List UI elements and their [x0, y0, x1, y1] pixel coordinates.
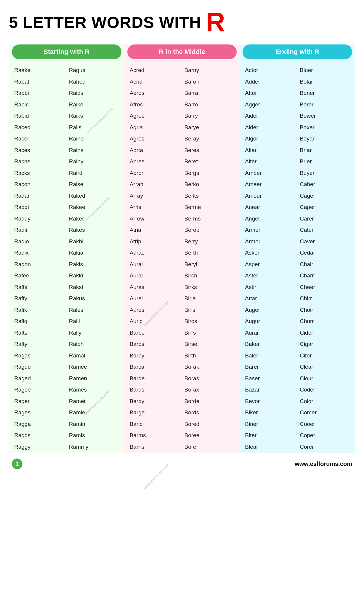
- list-item: Ramin: [67, 418, 121, 430]
- list-item: Racon: [12, 179, 67, 190]
- list-item: Ragga: [12, 418, 67, 430]
- list-item: Agria: [127, 122, 182, 133]
- list-item: Barra: [182, 87, 237, 99]
- list-item: Chirr: [297, 293, 352, 304]
- list-item: Auric: [127, 316, 182, 327]
- list-item: Color: [297, 396, 352, 407]
- list-item: Berko: [182, 179, 237, 190]
- list-item: Barye: [182, 122, 237, 133]
- list-item: Cedar: [297, 247, 352, 259]
- list-item: Borde: [182, 396, 237, 407]
- list-item: Biner: [243, 418, 297, 430]
- list-item: Rabbi: [12, 87, 67, 99]
- list-item: Rache: [12, 156, 67, 167]
- list-item: Bolar: [297, 76, 352, 88]
- column-start-header: Starting with R: [12, 44, 121, 59]
- list-item: Cigar: [297, 338, 352, 350]
- list-item: Raake: [12, 65, 67, 76]
- list-item: Birse: [182, 338, 237, 350]
- list-item: Ramen: [67, 373, 121, 384]
- list-item: Bergs: [182, 167, 237, 179]
- list-item: Bardy: [127, 396, 182, 407]
- footer-url: www.eslforums.com: [295, 461, 352, 467]
- middle-word-grid: AcredBarnyAcridBaronAerosBarraAfrosBarro…: [127, 65, 237, 453]
- list-item: Barer: [243, 361, 297, 373]
- list-item: Apres: [127, 156, 182, 167]
- list-item: Raids: [67, 87, 121, 99]
- list-item: Armor: [243, 236, 297, 247]
- list-item: Rales: [67, 304, 121, 316]
- list-item: Barro: [182, 99, 237, 111]
- list-item: Agros: [127, 133, 182, 145]
- list-item: Aurei: [127, 293, 182, 304]
- list-item: Barca: [127, 361, 182, 373]
- list-item: Attar: [243, 293, 297, 304]
- list-item: Rager: [12, 396, 67, 407]
- list-item: Ragee: [12, 384, 67, 396]
- list-item: Borer: [297, 99, 352, 111]
- list-item: Racks: [12, 167, 67, 179]
- list-item: Biros: [182, 316, 237, 327]
- list-item: Acred: [127, 65, 182, 76]
- list-item: Alder: [243, 122, 297, 133]
- list-item: Cater: [297, 224, 352, 236]
- list-item: Raffs: [12, 282, 67, 293]
- list-item: Aural: [127, 259, 182, 270]
- list-item: Baker: [243, 338, 297, 350]
- list-item: Aeros: [127, 87, 182, 99]
- list-item: Astir: [243, 282, 297, 293]
- list-item: Rakhi: [67, 236, 121, 247]
- list-item: Choir: [297, 304, 352, 316]
- list-item: Baron: [182, 76, 237, 88]
- list-item: Barry: [182, 110, 237, 122]
- list-item: Birth: [182, 350, 237, 362]
- page-footer: 1 www.eslforums.com: [9, 459, 355, 469]
- list-item: Rafik: [12, 304, 67, 316]
- list-item: Briar: [297, 145, 352, 156]
- list-item: Arrah: [127, 179, 182, 190]
- list-item: Birrs: [182, 327, 237, 339]
- list-item: Rafts: [12, 327, 67, 339]
- list-item: Augur: [243, 316, 297, 327]
- list-item: Rakee: [67, 202, 121, 213]
- list-item: Berob: [182, 224, 237, 236]
- list-item: Baler: [243, 350, 297, 362]
- list-item: Radar: [12, 190, 67, 202]
- list-item: Churr: [297, 316, 352, 327]
- list-item: Raddi: [12, 202, 67, 213]
- list-item: Agger: [243, 99, 297, 111]
- list-item: Borak: [182, 361, 237, 373]
- list-item: Birch: [182, 270, 237, 282]
- list-item: Charr: [297, 270, 352, 282]
- list-item: Rakia: [67, 247, 121, 259]
- list-item: Barms: [127, 430, 182, 441]
- list-item: Clear: [297, 361, 352, 373]
- list-item: Aider: [243, 110, 297, 122]
- list-item: Chair: [297, 259, 352, 270]
- list-item: Berth: [182, 247, 237, 259]
- column-start: Starting with R RaakeRagusRabatRahedRabb…: [9, 44, 124, 453]
- list-item: Cheer: [297, 282, 352, 293]
- list-item: Alter: [243, 156, 297, 167]
- list-item: Aorta: [127, 145, 182, 156]
- list-item: Afros: [127, 99, 182, 111]
- list-item: Beres: [182, 145, 237, 156]
- list-item: Rabic: [12, 99, 67, 111]
- list-item: Ramee: [67, 361, 121, 373]
- list-item: Carer: [297, 213, 352, 225]
- list-item: Birls: [182, 304, 237, 316]
- list-item: Array: [127, 190, 182, 202]
- list-item: Raine: [67, 133, 121, 145]
- list-item: Citer: [297, 350, 352, 362]
- list-item: Ragus: [67, 65, 121, 76]
- list-item: Barns: [127, 441, 182, 453]
- list-item: Aures: [127, 304, 182, 316]
- list-item: Apron: [127, 167, 182, 179]
- list-item: Boree: [182, 430, 237, 441]
- list-item: Ramie: [67, 407, 121, 418]
- list-item: Aster: [243, 270, 297, 282]
- list-item: Ramet: [67, 396, 121, 407]
- list-item: Berks: [182, 190, 237, 202]
- list-item: Ralph: [67, 338, 121, 350]
- list-item: Ragde: [12, 361, 67, 373]
